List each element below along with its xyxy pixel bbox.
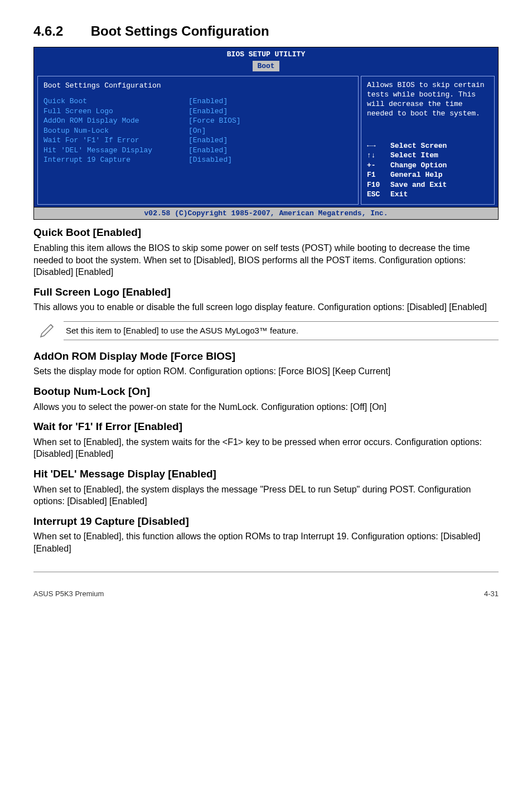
bios-item-label: Hit 'DEL' Message Display [43, 146, 188, 156]
bios-item-label: Wait For 'F1' If Error [43, 136, 188, 146]
bios-help-panel: Allows BIOS to skip certain tests while … [361, 76, 495, 204]
bios-item-value: [Enabled] [188, 96, 228, 107]
bios-key: +- [367, 161, 390, 171]
bios-item-label: Bootup Num-Lock [43, 126, 188, 136]
bios-item[interactable]: Hit 'DEL' Message Display[Enabled] [43, 146, 352, 156]
bios-title: BIOS SETUP UTILITY [34, 47, 498, 61]
bios-key-desc: Exit [390, 190, 408, 200]
bios-key: ←→ [367, 141, 390, 151]
section-title-text: Boot Settings Configuration [91, 23, 269, 38]
note-callout: Set this item to [Enabled] to use the AS… [33, 320, 499, 341]
subheading-wait-f1: Wait for 'F1' If Error [Enabled] [33, 419, 499, 434]
bios-item-label: Interrupt 19 Capture [43, 155, 188, 165]
bios-item-label: AddOn ROM Display Mode [43, 116, 188, 126]
bios-tab-bar: Boot [34, 61, 498, 74]
paragraph: Sets the display mode for option ROM. Co… [33, 365, 499, 378]
paragraph: Allows you to select the power-on state … [33, 401, 499, 413]
subheading-interrupt-19: Interrupt 19 Capture [Disabled] [33, 514, 499, 529]
bios-item[interactable]: Quick Boot[Enabled] [43, 96, 352, 107]
bios-item-value: [Enabled] [188, 107, 228, 117]
bios-key: ↑↓ [367, 151, 390, 161]
subheading-numlock: Bootup Num-Lock [On] [33, 384, 499, 399]
footer-page-number: 4-31 [484, 589, 499, 599]
bios-key-desc: Select Screen [390, 141, 447, 151]
bios-item-value: [Disabled] [188, 155, 232, 165]
bios-key: F1 [367, 170, 390, 180]
bios-key-legend: ←→Select Screen ↑↓Select Item +-Change O… [367, 141, 489, 200]
page-footer: ASUS P5K3 Premium 4-31 [33, 589, 499, 599]
bios-help-text: Allows BIOS to skip certain tests while … [367, 81, 489, 119]
bios-item[interactable]: Wait For 'F1' If Error[Enabled] [43, 136, 352, 146]
section-number: 4.6.2 [33, 22, 87, 40]
bios-settings-panel: Boot Settings Configuration Quick Boot[E… [37, 76, 359, 204]
paragraph: Enabling this item allows the BIOS to sk… [33, 242, 499, 278]
bios-item[interactable]: Interrupt 19 Capture[Disabled] [43, 155, 352, 165]
paragraph: When set to [Enabled], this function all… [33, 530, 499, 554]
bios-item-value: [Enabled] [188, 146, 228, 156]
subheading-quick-boot: Quick Boot [Enabled] [33, 225, 499, 240]
bios-panel-heading: Boot Settings Configuration [43, 81, 352, 91]
footer-divider [33, 572, 499, 572]
subheading-full-screen-logo: Full Screen Logo [Enabled] [33, 285, 499, 299]
bios-item[interactable]: Full Screen Logo[Enabled] [43, 107, 352, 117]
note-text: Set this item to [Enabled] to use the AS… [64, 321, 499, 340]
pencil-icon [33, 320, 64, 341]
paragraph: This allows you to enable or disable the… [33, 301, 499, 313]
paragraph: When set to [Enabled], the system displa… [33, 484, 499, 508]
bios-key-desc: General Help [390, 170, 443, 180]
subheading-hit-del: Hit 'DEL' Message Display [Enabled] [33, 467, 499, 481]
bios-item-value: [Enabled] [188, 136, 228, 146]
bios-window: BIOS SETUP UTILITY Boot Boot Settings Co… [33, 47, 499, 220]
bios-key-desc: Save and Exit [390, 180, 447, 190]
paragraph: When set to [Enabled], the system waits … [33, 436, 499, 460]
bios-item-value: [Force BIOS] [188, 116, 241, 126]
bios-copyright: v02.58 (C)Copyright 1985-2007, American … [34, 207, 498, 220]
subheading-addon-rom: AddOn ROM Display Mode [Force BIOS] [33, 349, 499, 364]
section-heading: 4.6.2 Boot Settings Configuration [33, 22, 499, 40]
bios-item-value: [On] [188, 126, 206, 136]
bios-active-tab[interactable]: Boot [253, 61, 279, 72]
bios-key: ESC [367, 190, 390, 200]
footer-product: ASUS P5K3 Premium [33, 589, 104, 599]
bios-key-desc: Change Option [390, 161, 447, 171]
bios-item[interactable]: Bootup Num-Lock[On] [43, 126, 352, 136]
bios-key-desc: Select Item [390, 151, 438, 161]
bios-item-label: Quick Boot [43, 96, 188, 107]
bios-key: F10 [367, 180, 390, 190]
bios-item[interactable]: AddOn ROM Display Mode[Force BIOS] [43, 116, 352, 126]
bios-item-label: Full Screen Logo [43, 107, 188, 117]
